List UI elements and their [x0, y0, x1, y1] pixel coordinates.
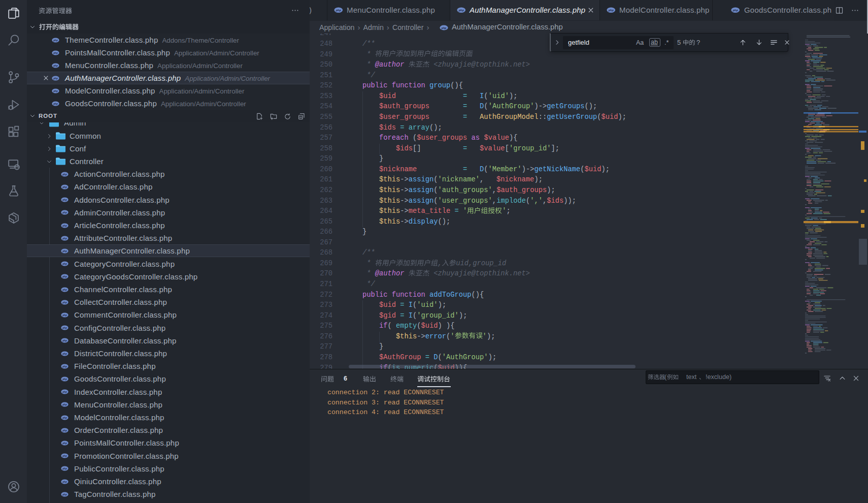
svg-text:php: php: [732, 9, 739, 12]
svg-text:php: php: [53, 51, 58, 54]
svg-text:php: php: [62, 467, 67, 470]
svg-text:php: php: [62, 339, 67, 342]
svg-text:php: php: [336, 9, 342, 12]
svg-text:php: php: [62, 263, 67, 265]
svg-text:php: php: [62, 455, 67, 457]
svg-text:php: php: [62, 378, 67, 381]
svg-text:php: php: [53, 64, 58, 67]
svg-text:php: php: [62, 211, 67, 214]
svg-text:php: php: [62, 416, 67, 419]
svg-text:php: php: [53, 39, 58, 41]
svg-text:php: php: [62, 237, 67, 239]
svg-text:php: php: [62, 403, 67, 406]
svg-text:php: php: [53, 89, 58, 92]
svg-text:php: php: [62, 442, 67, 445]
svg-text:php: php: [62, 275, 67, 278]
svg-text:php: php: [62, 199, 67, 201]
svg-text:php: php: [62, 314, 67, 317]
svg-text:php: php: [62, 173, 67, 175]
svg-text:php: php: [62, 186, 67, 188]
svg-text:php: php: [62, 493, 67, 495]
svg-text:php: php: [62, 480, 67, 483]
svg-text:php: php: [62, 301, 67, 303]
svg-text:php: php: [62, 250, 67, 253]
svg-text:php: php: [62, 327, 67, 329]
svg-text:php: php: [608, 9, 614, 12]
svg-text:php: php: [62, 288, 67, 291]
svg-text:php: php: [62, 391, 67, 393]
svg-text:php: php: [458, 9, 464, 12]
svg-text:php: php: [53, 77, 58, 79]
svg-text:php: php: [62, 365, 67, 367]
svg-text:php: php: [53, 102, 58, 105]
svg-text:php: php: [441, 26, 447, 29]
svg-text:php: php: [62, 352, 67, 355]
svg-text:php: php: [62, 224, 67, 227]
svg-text:php: php: [62, 429, 67, 431]
